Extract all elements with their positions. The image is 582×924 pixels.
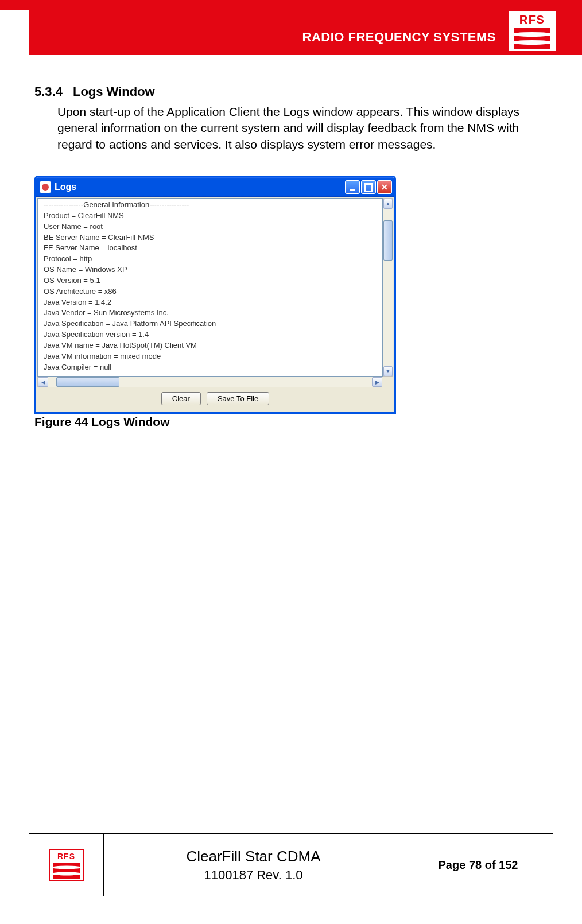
footer-title-cell: ClearFill Star CDMA 1100187 Rev. 1.0 bbox=[104, 834, 403, 896]
section-number: 5.3.4 bbox=[34, 84, 63, 99]
close-button[interactable] bbox=[377, 180, 392, 194]
rfs-logo-text: RFS bbox=[57, 852, 75, 861]
log-line: Java Compiler = null bbox=[44, 362, 382, 373]
rfs-logo: RFS bbox=[507, 10, 557, 52]
vertical-scrollbar[interactable]: ▲ ▼ bbox=[383, 198, 393, 377]
scroll-up-icon[interactable]: ▲ bbox=[383, 199, 393, 209]
titlebar[interactable]: Logs bbox=[36, 177, 394, 197]
log-line: Java Specification = Java Platform API S… bbox=[44, 319, 382, 329]
horizontal-scrollbar[interactable]: ◀ ▶ bbox=[37, 377, 393, 387]
scroll-thumb[interactable] bbox=[56, 377, 119, 387]
footer-doc-rev: 1100187 Rev. 1.0 bbox=[204, 868, 302, 883]
log-line: ----------------General Information-----… bbox=[44, 200, 382, 211]
scroll-right-icon[interactable]: ▶ bbox=[372, 377, 382, 387]
wave-icon bbox=[53, 863, 80, 879]
log-line: OS Name = Windows XP bbox=[44, 265, 382, 275]
minimize-button[interactable] bbox=[345, 180, 360, 194]
section-title: Logs Window bbox=[73, 84, 155, 99]
log-line: Product = ClearFill NMS bbox=[44, 211, 382, 222]
header-band: RADIO FREQUENCY SYSTEMS bbox=[0, 0, 582, 55]
log-line: Java Specification version = 1.4 bbox=[44, 329, 382, 340]
log-line: Java VM name = Java HotSpot(TM) Client V… bbox=[44, 340, 382, 351]
header-notch bbox=[0, 10, 29, 55]
logs-window: Logs ----------------General Information… bbox=[34, 176, 396, 414]
footer-logo-cell: RFS bbox=[29, 834, 104, 896]
page-header: RADIO FREQUENCY SYSTEMS RFS bbox=[0, 0, 582, 66]
log-line: Java VM information = mixed mode bbox=[44, 351, 382, 362]
log-line: Java Vendor = Sun Microsystems Inc. bbox=[44, 308, 382, 319]
page-footer: RFS ClearFill Star CDMA 1100187 Rev. 1.0… bbox=[29, 833, 553, 896]
log-line: User Name = root bbox=[44, 222, 382, 232]
section-heading: 5.3.4Logs Window bbox=[34, 84, 548, 99]
section-paragraph: Upon start-up of the Application Client … bbox=[57, 104, 548, 153]
footer-doc-title: ClearFill Star CDMA bbox=[186, 848, 320, 865]
rfs-logo-small: RFS bbox=[49, 849, 84, 881]
scroll-thumb[interactable] bbox=[383, 220, 393, 261]
log-line: OS Version = 5.1 bbox=[44, 275, 382, 286]
clear-button[interactable]: Clear bbox=[161, 392, 201, 405]
figure-caption: Figure 44 Logs Window bbox=[34, 415, 548, 429]
window-title: Logs bbox=[55, 182, 345, 192]
log-line: OS Architecture = x86 bbox=[44, 286, 382, 297]
rfs-logo-text: RFS bbox=[519, 14, 545, 25]
app-icon bbox=[40, 181, 51, 193]
page-number: Page 78 of 152 bbox=[439, 859, 518, 872]
brand-text: RADIO FREQUENCY SYSTEMS bbox=[302, 30, 496, 45]
log-line: FE Server Name = localhost bbox=[44, 243, 382, 254]
log-text-area[interactable]: ----------------General Information-----… bbox=[37, 198, 383, 377]
save-to-file-button[interactable]: Save To File bbox=[207, 392, 269, 405]
scroll-left-icon[interactable]: ◀ bbox=[38, 377, 48, 387]
log-line: Java Version = 1.4.2 bbox=[44, 297, 382, 308]
scroll-corner bbox=[382, 377, 393, 387]
log-line: ----------------------------------------… bbox=[44, 373, 382, 378]
log-line: BE Server Name = ClearFill NMS bbox=[44, 232, 382, 243]
footer-page-cell: Page 78 of 152 bbox=[403, 834, 553, 896]
maximize-button[interactable] bbox=[361, 180, 376, 194]
wave-icon bbox=[514, 28, 550, 49]
scroll-down-icon[interactable]: ▼ bbox=[383, 366, 393, 376]
log-line: Protocol = http bbox=[44, 254, 382, 265]
